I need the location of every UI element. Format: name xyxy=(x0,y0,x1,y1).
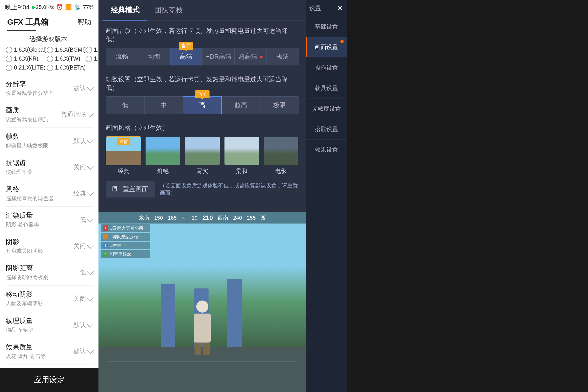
quality-btn-hd[interactable]: 当前 高清 xyxy=(170,48,202,66)
shadow-name: 阴影 xyxy=(6,237,74,246)
reset-button[interactable]: 重置画面 xyxy=(106,181,155,198)
player-head xyxy=(196,300,208,312)
settings-list: 分辨率 设置游戏最佳分辨率 默认 画质 设置游戏最佳画质 普通流畅 帧数 解锁最 xyxy=(0,75,98,368)
effect-quality-value[interactable]: 默认 xyxy=(74,347,93,356)
fps-btn-medium[interactable]: 中 xyxy=(144,96,183,114)
texture-quality-setting[interactable]: 纹理质量 物品 车辆等 默认 xyxy=(6,312,93,338)
version-grid: 1.6.X(Global) 1.6.X(BGMI) 1.13.X(CN) 1.6… xyxy=(6,46,93,71)
antialiasing-chevron xyxy=(87,163,94,170)
resolution-value[interactable]: 默认 xyxy=(74,84,93,92)
radio-tw[interactable] xyxy=(47,56,53,62)
improve-effects-setting[interactable]: 改善效果 边角 边框层叠图 默认 xyxy=(6,364,93,368)
quality-setting[interactable]: 画质 设置游戏最佳画质 普通流畅 xyxy=(6,102,93,128)
quality-value[interactable]: 普通流畅 xyxy=(61,110,93,119)
quality-btn-balanced[interactable]: 均衡 xyxy=(138,48,170,66)
style-desc: 选择您喜欢的滤色器 xyxy=(6,195,74,202)
squad-item-3: 3 ψ古钟 ✓ xyxy=(101,242,150,249)
fps-btn-high[interactable]: 当前 高 xyxy=(183,96,222,114)
quality-btn-smooth[interactable]: 流畅 xyxy=(106,48,138,66)
radio-lite[interactable] xyxy=(6,65,12,71)
sidebar-item-display[interactable]: 画面设置 xyxy=(306,37,346,58)
sidebar-item-sensitivity[interactable]: 灵敏度设置 xyxy=(306,98,346,119)
radio-bgmi[interactable] xyxy=(47,47,53,53)
fps-btn-low[interactable]: 低 xyxy=(106,96,144,114)
shadow-distance-setting[interactable]: 阴影距离 选择阴影距离极别 低 xyxy=(6,259,93,286)
radio-global[interactable] xyxy=(6,47,12,53)
shadow-chevron xyxy=(87,242,94,248)
sidebar-item-basic[interactable]: 基础设置 xyxy=(306,16,346,37)
version-cn[interactable]: 1.13.X(CN) xyxy=(86,46,98,53)
texture-quality-value[interactable]: 默认 xyxy=(74,321,93,329)
squad-item-2: 2 ψ浮间悬后深情 ✓ xyxy=(101,233,150,241)
compass-240: 240 xyxy=(233,215,242,221)
fps-current-badge: 当前 xyxy=(195,90,210,98)
moving-shadow-value[interactable]: 关闭 xyxy=(74,294,93,303)
apply-button[interactable]: 应用设定 xyxy=(0,368,98,392)
shadow-distance-value[interactable]: 低 xyxy=(80,268,93,276)
effect-quality-setting[interactable]: 效果质量 火花 爆炸 射击等 默认 xyxy=(6,338,93,364)
antialiasing-value[interactable]: 关闭 xyxy=(74,163,93,172)
sidebar-item-vehicle[interactable]: 载具设置 xyxy=(306,78,346,98)
quality-btn-hdr[interactable]: HDR高清 xyxy=(202,48,234,66)
compass-south: 南 xyxy=(182,214,187,222)
version-beta[interactable]: 1.6.X(BETA) xyxy=(47,64,86,71)
version-bgmi[interactable]: 1.6.X(BGMI) xyxy=(47,46,86,53)
style-value[interactable]: 经典 xyxy=(74,189,93,198)
fps-btn-extreme[interactable]: 极限 xyxy=(260,96,299,114)
style-classic[interactable]: 当前 经典 xyxy=(106,136,141,175)
tab-classic[interactable]: 经典模式 xyxy=(103,0,147,20)
time-display: 晚上9:04 xyxy=(5,3,30,12)
quality-btn-extreme[interactable]: 极清 xyxy=(267,48,299,66)
compass-150: 150 xyxy=(154,215,163,221)
fps-section-title: 帧数设置（立即生效，若运行卡顿、发热量和耗电量过大可适当降低） xyxy=(106,75,299,92)
style-soft[interactable]: 柔和 xyxy=(224,136,260,175)
sidebar-item-controls[interactable]: 操作设置 xyxy=(306,58,346,78)
close-button[interactable]: ✕ xyxy=(337,4,343,12)
quality-btn-ultra[interactable]: 超高清 xyxy=(234,48,266,66)
shadow-value[interactable]: 关闭 xyxy=(74,242,93,250)
render-quality-value[interactable]: 低 xyxy=(80,216,93,224)
style-realistic-img[interactable] xyxy=(184,136,220,165)
radio-beta[interactable] xyxy=(47,65,53,71)
radio-cn[interactable] xyxy=(86,47,92,53)
sidebar-item-effects[interactable]: 效果设置 xyxy=(306,140,346,160)
version-section: 选择游戏版本: 1.6.X(Global) 1.6.X(BGMI) 1.13.X… xyxy=(0,31,98,75)
shadow-setting[interactable]: 阴影 开启或关闭阴影 关闭 xyxy=(6,233,93,259)
fps-setting[interactable]: 帧数 解锁最大帧数极限 默认 xyxy=(6,128,93,154)
style-cinematic[interactable]: 电影 xyxy=(263,136,299,175)
right-sidebar: 设置 ✕ 基础设置 画面设置 操作设置 载具设置 灵敏度设置 拾取设置 效果设置 xyxy=(306,0,346,392)
version-kr[interactable]: 1.6.X(KR) xyxy=(6,56,47,62)
radio-vn[interactable] xyxy=(86,56,92,62)
version-tw[interactable]: 1.6.X(TW) xyxy=(47,56,86,62)
player-legs xyxy=(192,342,212,354)
squad-name-2: ψ浮间悬后深情 xyxy=(110,234,139,240)
version-vn[interactable]: 1.6.X(VN) xyxy=(86,56,98,62)
style-vivid-img[interactable] xyxy=(145,136,180,165)
resolution-setting[interactable]: 分辨率 设置游戏最佳分辨率 默认 xyxy=(6,75,93,102)
render-quality-setting[interactable]: 渲染质量 阴影 着色器等 低 xyxy=(6,206,93,233)
antialiasing-setting[interactable]: 抗锯齿 使纹理平滑 关闭 xyxy=(6,154,93,180)
version-global[interactable]: 1.6.X(Global) xyxy=(6,46,47,53)
fps-value[interactable]: 默认 xyxy=(74,136,93,145)
radio-kr[interactable] xyxy=(6,56,12,62)
style-setting[interactable]: 风格 选择您喜欢的滤色器 经典 xyxy=(6,180,93,206)
squad-check-1: ✓ xyxy=(144,226,148,231)
fps-btn-super[interactable]: 超高 xyxy=(222,96,260,114)
tab-team[interactable]: 团队竞技 xyxy=(147,0,190,20)
style-realistic[interactable]: 写实 xyxy=(184,136,220,175)
squad-rank-2: 2 xyxy=(103,234,108,240)
style-classic-img[interactable]: 当前 xyxy=(106,136,141,165)
compass-west: 西 xyxy=(260,214,266,222)
moving-shadow-setting[interactable]: 移动阴影 人物及车辆阴影 关闭 xyxy=(6,286,93,312)
style-cinematic-img[interactable] xyxy=(263,136,299,165)
compass-se: 东南 xyxy=(139,214,150,222)
moving-shadow-chevron xyxy=(87,294,94,301)
style-soft-img[interactable] xyxy=(224,136,260,165)
sidebar-item-pickup[interactable]: 拾取设置 xyxy=(306,119,346,140)
version-lite[interactable]: 0.21.X(LITE) xyxy=(6,64,47,71)
help-button[interactable]: 帮助 xyxy=(78,18,91,27)
shadow-distance-chevron xyxy=(87,268,94,275)
style-vivid[interactable]: 鲜艳 xyxy=(145,136,180,175)
fps-btn-group: 低 中 当前 高 超高 极限 xyxy=(106,96,299,114)
squad-check-3: ✓ xyxy=(123,243,126,248)
